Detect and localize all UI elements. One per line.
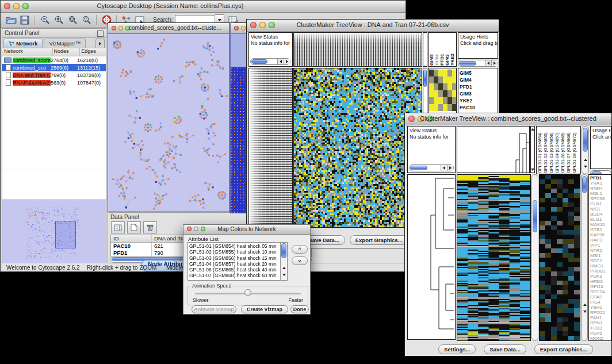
scrollbar-thumb[interactable] <box>533 200 537 232</box>
select-attributes-icon[interactable] <box>111 221 125 233</box>
heatmap-canvas[interactable] <box>457 175 530 340</box>
network-list-row[interactable]: RNAPuberNov2+563(0)107847(0) <box>2 79 106 86</box>
attribute-list-item[interactable]: GPL51-07 (GSM868) heat shock 60 min <box>188 273 280 278</box>
attribute-list-item[interactable]: GPL51-02 (GSM855) heat shock 10 min <box>188 249 280 255</box>
column-header-nodes[interactable]: Nodes <box>53 48 81 56</box>
network-window-titlebar[interactable]: combined_scores_good.txt--cluste... <box>108 23 229 34</box>
network-table-header: Network Nodes Edges <box>2 48 106 56</box>
zoom-heatmap[interactable] <box>429 70 457 111</box>
birdseye-overview[interactable] <box>2 200 106 263</box>
arrow-down-icon[interactable] <box>583 311 587 313</box>
view-status-scrollbar[interactable] <box>409 164 454 171</box>
scrollbar-thumb[interactable] <box>583 128 588 152</box>
main-window-titlebar[interactable]: Cytoscape Desktop (Session Name: collins… <box>1 1 406 13</box>
gene-label: YSH1 <box>589 305 611 310</box>
heatmap-canvas[interactable] <box>294 68 422 227</box>
heatmap-cell <box>447 76 452 83</box>
arrow-up-icon[interactable] <box>531 128 534 131</box>
heatmap-main[interactable] <box>457 174 531 341</box>
column-dendrogram[interactable] <box>457 126 530 173</box>
row-dendrogram[interactable] <box>248 68 293 228</box>
zoom-in-icon[interactable] <box>52 14 66 26</box>
labels-scrollbar[interactable] <box>458 60 498 67</box>
network-list-row[interactable]: DNA and Tran 07769(0)183728(0) <box>2 71 106 79</box>
treeview1-titlebar[interactable]: ClusterMaker TreeView : DNA and Tran 07-… <box>247 20 499 32</box>
network-window2-titlebar[interactable] <box>231 23 247 34</box>
attribute-list-item[interactable]: GPL51-04 (GSM857) heat shock 20 min <box>188 261 280 267</box>
speed-slider-thumb[interactable] <box>244 289 251 296</box>
labels-vscroll[interactable] <box>582 126 589 174</box>
arrow-up-icon[interactable] <box>584 159 587 161</box>
minimize-button[interactable] <box>241 26 246 30</box>
treeview-button[interactable]: Save Data... <box>484 344 526 354</box>
dialog-button[interactable]: Animate Vizmap <box>192 305 236 313</box>
attribute-list-scrollbar[interactable] <box>280 243 287 280</box>
minimize-button[interactable] <box>118 26 123 30</box>
dialog-title: Map Colors to Network <box>183 226 310 232</box>
network-canvas[interactable] <box>108 34 229 212</box>
zoom-fit-icon[interactable] <box>66 14 79 26</box>
gene-labels-vscroll[interactable] <box>581 174 588 341</box>
network-list-row[interactable]: combined_sco2569(6)13112(15) <box>2 64 106 71</box>
scroll-right-button[interactable] <box>447 165 453 171</box>
heatmap-cell <box>443 97 447 104</box>
float-panel-icon[interactable] <box>97 30 104 37</box>
arrow-right-icon <box>286 60 288 63</box>
dialog-button[interactable]: Done <box>290 305 309 313</box>
scroll-right-button[interactable] <box>284 59 290 64</box>
dialog-button[interactable]: Create Vizmap <box>241 305 288 313</box>
zoom-heatmap[interactable] <box>539 174 580 341</box>
scrollbar-thumb[interactable] <box>423 70 427 87</box>
view-status-scrollbar[interactable] <box>250 58 290 65</box>
delete-attribute-trash-icon[interactable] <box>143 221 157 233</box>
tab-vizmapper[interactable]: VizMapper™ <box>44 39 86 48</box>
scrollbar-thumb[interactable] <box>410 166 427 170</box>
arrow-down-icon[interactable] <box>531 168 534 171</box>
heatmap-main[interactable] <box>293 68 422 228</box>
heatmap-cell <box>443 104 447 111</box>
scroll-left-button[interactable] <box>277 59 284 64</box>
dense-network-canvas[interactable] <box>231 67 247 213</box>
zoom-heatmap-canvas[interactable] <box>540 175 580 340</box>
attribute-list-item[interactable]: GPL51-01 (GSM854) heat shock 05 min <box>188 243 280 249</box>
arrow-down-icon[interactable] <box>282 274 286 276</box>
attribute-list-item[interactable]: GPL51-03 (GSM856) heat shock 15 min <box>188 255 280 261</box>
scroll-left-button[interactable] <box>485 60 491 66</box>
arrow-up-icon[interactable] <box>583 304 587 306</box>
close-button[interactable] <box>112 26 116 30</box>
new-attribute-icon[interactable] <box>127 221 141 233</box>
arrow-down-icon[interactable] <box>584 166 587 168</box>
open-session-icon[interactable] <box>4 14 18 26</box>
column-header-network[interactable]: Network <box>2 48 53 56</box>
scroll-strip[interactable] <box>423 32 427 67</box>
network-list-row[interactable]: combined_scores2764(0)16218(0) <box>2 56 106 64</box>
tab-overflow-button[interactable] <box>95 39 105 48</box>
attribute-list-item[interactable]: GPL51-06 (GSM865) heat shock 40 min <box>188 267 280 273</box>
heatmap-vscroll[interactable] <box>531 174 538 341</box>
scrollbar-thumb[interactable] <box>582 176 587 193</box>
scroll-right-button[interactable] <box>491 60 498 66</box>
row-dendrogram[interactable] <box>407 174 456 340</box>
move-up-button[interactable]: ^ <box>292 245 308 254</box>
save-session-icon[interactable] <box>18 14 32 26</box>
zoom-selected-icon[interactable] <box>79 14 93 26</box>
column-header-edges[interactable]: Edges <box>80 48 106 56</box>
zoom-out-icon[interactable] <box>38 14 52 26</box>
overview-viewport-rect[interactable] <box>55 221 76 248</box>
close-button[interactable] <box>234 26 239 30</box>
scroll-strip[interactable] <box>530 126 535 173</box>
scrollbar-thumb[interactable] <box>251 59 267 64</box>
column-dendrogram[interactable] <box>293 32 422 67</box>
treeview-button[interactable]: Settings... <box>438 344 476 354</box>
dialog-titlebar[interactable]: Map Colors to Network <box>183 225 310 235</box>
scrollbar-thumb[interactable] <box>281 243 286 258</box>
arrow-up-icon[interactable] <box>282 267 286 269</box>
treeview2-titlebar[interactable]: ClusterMaker TreeView : combined_scores_… <box>405 113 611 125</box>
treeview-button[interactable]: Export Graphics... <box>350 235 408 245</box>
column-header-id[interactable]: ID <box>111 235 152 242</box>
treeview-button[interactable]: Export Graphics... <box>534 344 593 354</box>
scroll-left-button[interactable] <box>441 165 447 171</box>
scrollbar-thumb[interactable] <box>459 61 476 66</box>
tab-network[interactable]: Network <box>3 39 43 48</box>
move-down-button[interactable]: v <box>292 256 308 265</box>
